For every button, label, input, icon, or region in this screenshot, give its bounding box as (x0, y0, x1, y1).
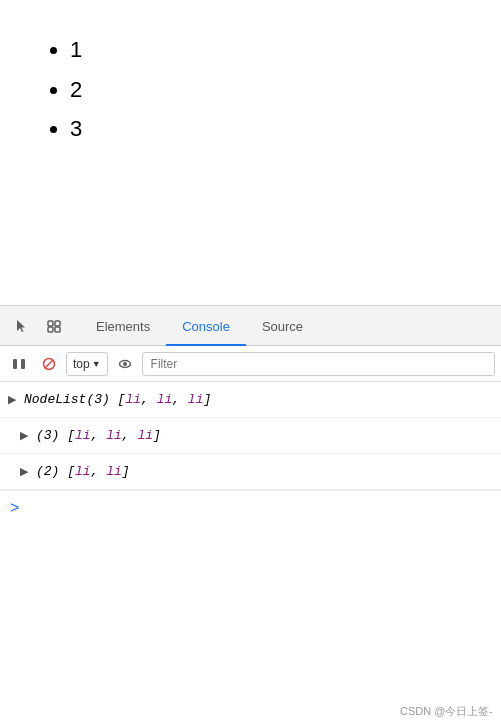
svg-rect-4 (13, 359, 17, 369)
console-text-2: (3) [li, li, li] (36, 428, 161, 443)
console-row-3[interactable]: ▶ (2) [li, li] (0, 454, 501, 490)
eye-icon-button[interactable] (112, 351, 138, 377)
tab-console[interactable]: Console (166, 310, 246, 346)
console-text-1: NodeList(3) [li, li, li] (24, 392, 211, 407)
svg-rect-2 (48, 327, 53, 332)
devtools-top-toolbar: Elements Console Source (0, 306, 501, 346)
console-output: ▶ NodeList(3) [li, li, li] ▶ (3) [li, li… (0, 382, 501, 727)
context-dropdown[interactable]: top ▼ (66, 352, 108, 376)
block-icon-button[interactable] (36, 351, 62, 377)
filter-input[interactable] (142, 352, 495, 376)
play-icon-button[interactable] (6, 351, 32, 377)
console-toolbar: top ▼ (0, 346, 501, 382)
expand-arrow-3: ▶ (20, 465, 32, 478)
dropdown-arrow-icon: ▼ (92, 359, 101, 369)
cursor-icon-button[interactable] (8, 312, 36, 340)
numbered-list: 1 2 3 (40, 30, 82, 149)
layers-icon-button[interactable] (40, 312, 68, 340)
svg-point-9 (123, 362, 127, 366)
svg-rect-3 (55, 327, 60, 332)
list-item-1: 1 (70, 30, 82, 70)
svg-line-7 (45, 360, 53, 368)
list-item-2: 2 (70, 70, 82, 110)
console-text-3: (2) [li, li] (36, 464, 130, 479)
list-item-3: 3 (70, 109, 82, 149)
console-row-1[interactable]: ▶ NodeList(3) [li, li, li] (0, 382, 501, 418)
context-label: top (73, 357, 90, 371)
devtools-panel: Elements Console Source top ▼ (0, 305, 501, 727)
svg-rect-1 (55, 321, 60, 326)
browser-page: 1 2 3 (0, 0, 501, 305)
tab-elements[interactable]: Elements (80, 310, 166, 346)
svg-rect-0 (48, 321, 53, 326)
expand-arrow-2: ▶ (20, 429, 32, 442)
svg-rect-5 (21, 359, 25, 369)
console-row-2[interactable]: ▶ (3) [li, li, li] (0, 418, 501, 454)
expand-arrow-1: ▶ (8, 393, 20, 406)
console-prompt-row[interactable]: > (0, 490, 501, 525)
watermark: CSDN @今日上签- (400, 704, 493, 719)
tab-source[interactable]: Source (246, 310, 319, 346)
prompt-arrow-icon: > (10, 499, 19, 517)
